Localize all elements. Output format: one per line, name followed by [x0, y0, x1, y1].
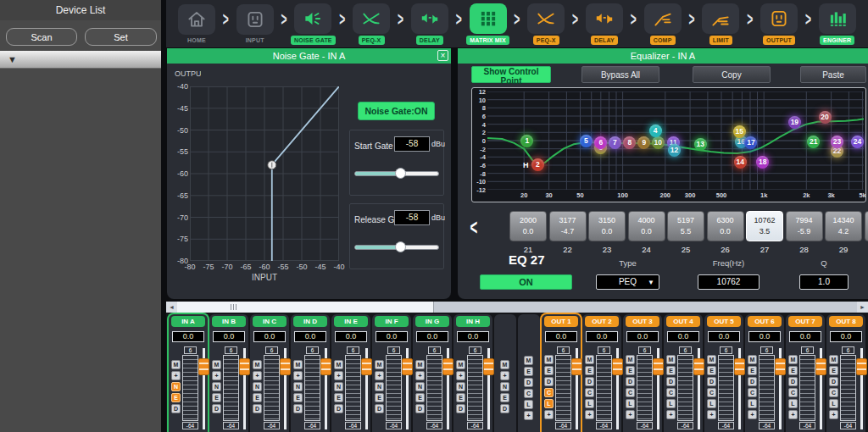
channel-button-D[interactable]: D: [748, 377, 757, 386]
channel-button-+[interactable]: +: [171, 371, 181, 380]
toolbar-item-limit[interactable]: LIMIT: [698, 3, 743, 45]
channel-button-E[interactable]: E: [375, 393, 384, 402]
start-gate-value[interactable]: -58: [394, 136, 430, 152]
channel-button-L[interactable]: L: [666, 399, 676, 408]
channel-button-E[interactable]: E: [524, 367, 533, 376]
release-gate-slider[interactable]: [354, 241, 439, 253]
channel-button-L[interactable]: L: [829, 399, 838, 408]
eq-point-4[interactable]: 4: [649, 125, 662, 137]
channel-button-E[interactable]: E: [334, 393, 343, 402]
channel-button-C[interactable]: C: [707, 388, 716, 397]
fader-thumb[interactable]: [775, 358, 786, 375]
eq-point-7[interactable]: 7: [609, 136, 621, 149]
channel-gain-value[interactable]: 0.0: [748, 331, 781, 342]
channel-button-D[interactable]: D: [524, 378, 533, 387]
channel-button-+[interactable]: +: [524, 411, 533, 420]
eq-band-cell-21[interactable]: 20000.0: [509, 211, 547, 241]
scroll-left-icon[interactable]: ◄: [166, 302, 177, 313]
channel-button-N[interactable]: N: [334, 382, 343, 391]
channel-button-E[interactable]: E: [293, 393, 303, 402]
copy-button[interactable]: Copy: [693, 66, 771, 83]
fader-thumb[interactable]: [815, 358, 826, 375]
channel-button-D[interactable]: D: [212, 404, 221, 413]
channel-gain-value[interactable]: 0.0: [335, 331, 367, 342]
channel-button-E[interactable]: E: [500, 393, 509, 402]
channel-button-E[interactable]: E: [748, 366, 757, 375]
channel-button-N[interactable]: N: [253, 382, 262, 391]
freq-input[interactable]: 10762: [698, 274, 760, 290]
channel-button-E[interactable]: E: [707, 366, 716, 375]
channel-gain-value[interactable]: 0.0: [457, 331, 489, 342]
eq-band-cell-29[interactable]: 143404.2: [825, 211, 862, 241]
channel-button-D[interactable]: D: [456, 404, 465, 413]
channel-button-M[interactable]: M: [585, 355, 594, 364]
fader-thumb[interactable]: [198, 358, 209, 375]
channel-button-N[interactable]: N: [500, 382, 509, 391]
channel-button-+[interactable]: +: [707, 410, 716, 419]
set-button[interactable]: Set: [85, 28, 157, 46]
channel-button-D[interactable]: D: [171, 404, 181, 413]
channel-button-M[interactable]: M: [544, 355, 554, 364]
channel-button-E[interactable]: E: [829, 366, 838, 375]
channel-button-C[interactable]: C: [626, 388, 635, 397]
channel-button-N[interactable]: N: [293, 382, 303, 391]
channel-button-M[interactable]: M: [500, 360, 509, 369]
channel-button-+[interactable]: +: [788, 410, 798, 419]
channel-button-L[interactable]: L: [788, 399, 798, 408]
channel-button-M[interactable]: M: [456, 360, 465, 369]
bypass-all-button[interactable]: Bypass All: [581, 66, 659, 83]
channel-button-M[interactable]: M: [171, 360, 181, 369]
channel-button-L[interactable]: L: [707, 399, 716, 408]
fader-thumb[interactable]: [442, 358, 453, 375]
eq-band-cell-27[interactable]: 107623.5: [746, 211, 783, 241]
device-dropdown[interactable]: ▼: [0, 51, 161, 69]
fader-thumb[interactable]: [239, 358, 250, 375]
channel-button-C[interactable]: C: [666, 388, 676, 397]
band-scroll-left-icon[interactable]: <: [465, 209, 483, 246]
channel-gain-value[interactable]: 0.0: [213, 331, 245, 342]
channel-button-M[interactable]: M: [293, 360, 303, 369]
scan-button[interactable]: Scan: [6, 28, 77, 46]
channel-button-E[interactable]: E: [666, 366, 676, 375]
slider-thumb[interactable]: [395, 241, 406, 252]
show-control-point-button[interactable]: Show Control Point: [471, 66, 551, 83]
channel-button-L[interactable]: L: [626, 399, 635, 408]
channel-gain-value[interactable]: 0.0: [253, 331, 286, 342]
channel-button-M[interactable]: M: [707, 355, 716, 364]
channel-button-D[interactable]: D: [788, 377, 798, 386]
channel-button-M[interactable]: M: [748, 355, 757, 364]
fader-thumb[interactable]: [361, 358, 372, 375]
channel-button-+[interactable]: +: [585, 410, 594, 419]
eq-point-15[interactable]: 15: [733, 125, 746, 138]
channel-button-M[interactable]: M: [334, 360, 343, 369]
fader-thumb[interactable]: [612, 358, 623, 375]
channel-button-N[interactable]: N: [212, 382, 221, 391]
channel-gain-value[interactable]: 0.0: [172, 331, 204, 342]
q-input[interactable]: 1.0: [799, 274, 849, 290]
channel-button-N[interactable]: N: [171, 382, 181, 391]
channel-button-M[interactable]: M: [829, 355, 838, 364]
channel-button-+[interactable]: +: [415, 371, 425, 380]
close-icon[interactable]: ×: [437, 50, 448, 61]
eq-band-cell-26[interactable]: 63000.0: [707, 211, 744, 241]
channel-gain-value[interactable]: 0.0: [667, 331, 699, 342]
toolbar-item-home[interactable]: HOME: [174, 4, 220, 44]
channel-button-E[interactable]: E: [788, 366, 798, 375]
toolbar-item-noise-gate[interactable]: NOISE GATE: [290, 3, 336, 45]
fader-thumb[interactable]: [280, 358, 291, 375]
channel-button-D[interactable]: D: [666, 377, 676, 386]
eq-point-18[interactable]: 18: [756, 156, 769, 169]
toolbar-item-delay[interactable]: DELAY: [581, 3, 627, 45]
channel-button-L[interactable]: L: [585, 399, 594, 408]
channel-gain-value[interactable]: 0.0: [416, 331, 448, 342]
channel-button-C[interactable]: C: [748, 388, 757, 397]
channel-button-C[interactable]: C: [524, 389, 533, 398]
toolbar-item-output[interactable]: OUTPUT: [756, 3, 802, 45]
channel-button-M[interactable]: M: [415, 360, 425, 369]
eq-band-cell-28[interactable]: 7994-5.9: [786, 211, 823, 241]
toolbar-item-comp[interactable]: COMP: [640, 3, 686, 45]
channel-button-E[interactable]: E: [585, 366, 594, 375]
horizontal-scrollbar[interactable]: ◄ ►: [166, 302, 868, 313]
eq-point-14[interactable]: 14: [734, 156, 747, 169]
channel-button-E[interactable]: E: [253, 393, 262, 402]
